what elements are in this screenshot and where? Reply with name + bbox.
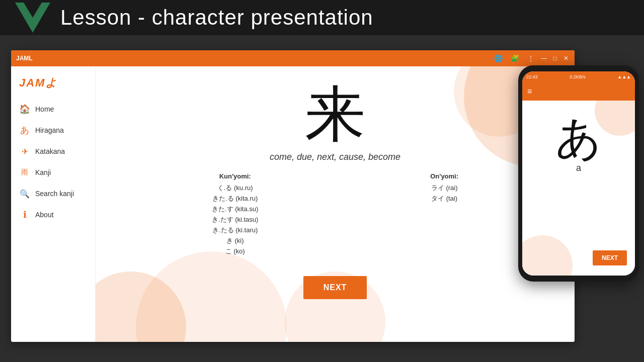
readings-section: Kun'yomi: く.る (ku.ru) きた.る (kita.ru) きた.…: [96, 162, 575, 266]
character-display: 来 come, due, next, cause, become: [96, 66, 575, 162]
kunyomi-5: き.たる (ki.taru): [212, 226, 258, 235]
mobile-character: あ: [555, 116, 602, 161]
sidebar-item-hiragana[interactable]: あ Hiragana: [11, 120, 95, 141]
kunyomi-7: こ (ko): [212, 247, 258, 256]
search-icon: 🔍: [19, 188, 30, 199]
app-title-label: JAML: [16, 55, 33, 62]
kunyomi-label: Kun'yomi:: [212, 172, 258, 180]
sidebar-item-about[interactable]: ℹ About: [11, 204, 95, 225]
sidebar-item-kanji[interactable]: 雨 Kanji: [11, 162, 95, 183]
mobile-data: 0.2KB/s: [570, 74, 586, 79]
mobile-char-label: a: [576, 163, 581, 173]
home-icon: 🏠: [19, 104, 30, 115]
mobile-header: ≡: [522, 82, 635, 101]
onyomi-2: タイ (tai): [430, 194, 458, 203]
top-header: Lesson - character presentation: [0, 0, 644, 35]
maximize-button[interactable]: □: [551, 55, 558, 62]
sidebar: JAMよ 🏠 Home あ Hiragana ✈ Katakana 雨 Kanj…: [11, 66, 96, 342]
sidebar-item-home-label: Home: [35, 105, 54, 113]
sidebar-item-home[interactable]: 🏠 Home: [11, 99, 95, 120]
onyomi-group: On'yomi: ライ (rai) タイ (tai): [430, 172, 458, 256]
sidebar-item-katakana[interactable]: ✈ Katakana: [11, 141, 95, 162]
kunyomi-3: きた.す (kita.su): [212, 205, 258, 214]
next-button[interactable]: NEXT: [303, 276, 367, 299]
logo-triangle: [15, 3, 50, 33]
sidebar-item-search[interactable]: 🔍 Search kanji: [11, 183, 95, 204]
close-button[interactable]: ✕: [562, 55, 570, 62]
mobile-status-bar: 22:43 0.2KB/s ▲▲▲: [522, 71, 635, 82]
main-content: 来 come, due, next, cause, become Kun'yom…: [96, 66, 575, 342]
sidebar-item-katakana-label: Katakana: [35, 147, 65, 155]
hamburger-icon[interactable]: ≡: [527, 87, 532, 96]
sidebar-logo: JAMよ: [11, 71, 95, 99]
kunyomi-2: きた.る (kita.ru): [212, 194, 258, 203]
mobile-content: あ a NEXT: [522, 101, 635, 276]
page-title: Lesson - character presentation: [60, 6, 373, 30]
hiragana-icon: あ: [19, 125, 30, 136]
katakana-icon: ✈: [19, 146, 30, 157]
sidebar-item-search-label: Search kanji: [35, 190, 74, 198]
sidebar-item-hiragana-label: Hiragana: [35, 126, 64, 134]
onyomi-1: ライ (rai): [430, 184, 458, 193]
kunyomi-4: き.たす (ki.tasu): [212, 215, 258, 224]
translate-icon[interactable]: 🌐: [492, 53, 505, 63]
onyomi-label: On'yomi:: [430, 172, 458, 180]
sidebar-item-about-label: About: [35, 211, 54, 219]
mobile-time: 22:43: [526, 74, 538, 79]
minimize-button[interactable]: —: [540, 55, 547, 62]
window-controls: 🌐 🧩 ⋮ — □ ✕: [492, 53, 570, 63]
sidebar-item-kanji-label: Kanji: [35, 168, 51, 176]
kanji-icon: 雨: [19, 167, 30, 178]
more-icon[interactable]: ⋮: [525, 53, 536, 63]
puzzle-icon[interactable]: 🧩: [509, 53, 521, 63]
mobile-device: 22:43 0.2KB/s ▲▲▲ ≡ あ a NEXT: [518, 65, 639, 282]
mobile-next-button[interactable]: NEXT: [593, 250, 627, 265]
kunyomi-1: く.る (ku.ru): [212, 184, 258, 193]
character-meaning: come, due, next, cause, become: [270, 152, 400, 162]
app-body: JAMよ 🏠 Home あ Hiragana ✈ Katakana 雨 Kanj…: [11, 66, 575, 342]
kunyomi-group: Kun'yomi: く.る (ku.ru) きた.る (kita.ru) きた.…: [212, 172, 258, 256]
mobile-screen: 22:43 0.2KB/s ▲▲▲ ≡ あ a NEXT: [522, 71, 635, 276]
title-bar: JAML 🌐 🧩 ⋮ — □ ✕: [11, 50, 575, 66]
kunyomi-6: き (ki): [212, 236, 258, 245]
mobile-signal: ▲▲▲: [617, 74, 631, 79]
mobile-blob-bl: [522, 235, 573, 276]
main-character: 来: [305, 81, 365, 148]
app-window: JAML 🌐 🧩 ⋮ — □ ✕ JAMよ 🏠 Home あ Hiragana …: [11, 50, 575, 342]
about-icon: ℹ: [19, 209, 30, 220]
